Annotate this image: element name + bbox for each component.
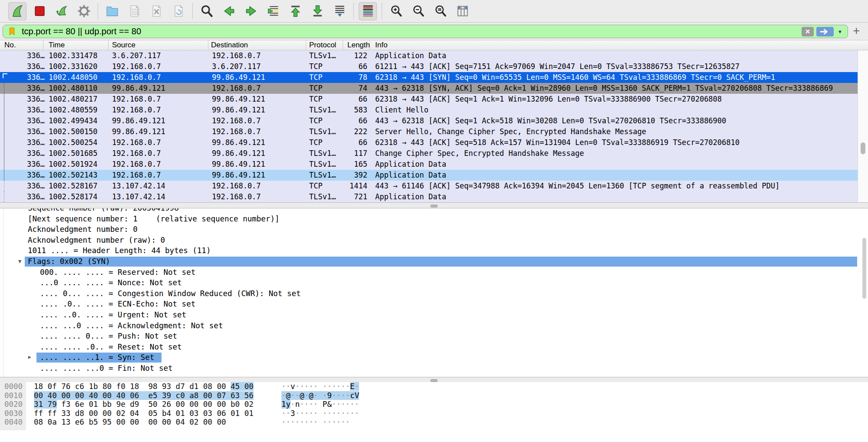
column-header-proto[interactable]: Protocol	[306, 40, 343, 50]
cell-len: 66	[341, 115, 367, 126]
close-file-button[interactable]	[147, 2, 165, 20]
packet-row[interactable]: 336…1002.3314783.6.207.117192.168.0.7TLS…	[0, 50, 858, 61]
packet-row[interactable]: 336…1002.500254192.168.0.799.86.49.121TC…	[0, 137, 858, 148]
hex-row[interactable]: 000018 0f 76 c6 1b 80 f0 18 98 93 d7 d1 …	[0, 382, 868, 391]
cell-proto: TLSv1…	[309, 170, 341, 181]
resize-columns-button[interactable]	[453, 2, 472, 20]
packet-row[interactable]: 336…1002.501685192.168.0.799.86.49.121TL…	[0, 148, 858, 159]
detail-scrollbar-thumb[interactable]	[862, 238, 866, 299]
splitter-handle-icon[interactable]	[430, 379, 438, 382]
go-to-packet-button[interactable]	[264, 2, 282, 20]
cell-proto: TCP	[309, 61, 341, 72]
detail-row[interactable]: 1011 .... = Header Length: 44 bytes (11)	[0, 245, 868, 256]
cell-time: 1002.331620	[49, 61, 109, 72]
hex-row[interactable]: 0030ff ff 33 d8 00 00 02 04 05 b4 01 03 …	[0, 409, 868, 418]
packet-row[interactable]: 336…1002.48011099.86.49.121192.168.0.7TC…	[0, 83, 858, 94]
column-header-no[interactable]: No.	[0, 40, 43, 50]
detail-row[interactable]: ...0 .... .... = Nonce: Not set	[0, 277, 868, 288]
detail-row[interactable]: .... .... ...0 = Fin: Not set	[0, 363, 868, 374]
packet-detail-pane: Sequence number (raw): 2605041998[Next s…	[0, 208, 868, 377]
packet-row[interactable]: 336…1002.52816713.107.42.14192.168.0.7TC…	[0, 181, 858, 191]
column-header-len[interactable]: Length	[343, 40, 370, 50]
hex-row[interactable]: 002031 79 f3 6e 01 bb 9e d9 50 26 00 00 …	[0, 400, 868, 409]
filter-bookmark-icon[interactable]	[7, 26, 17, 36]
detail-row[interactable]: .... ..0. .... = Urgent: Not set	[0, 310, 868, 320]
cell-dest: 99.86.49.121	[212, 148, 305, 159]
filter-apply-button[interactable]	[816, 27, 834, 36]
column-header-source[interactable]: Source	[109, 40, 208, 50]
start-capture-button[interactable]	[8, 2, 26, 20]
collapse-arrow-icon[interactable]: ▼	[18, 256, 21, 267]
filter-dropdown-icon[interactable]: ▼	[838, 29, 842, 34]
stop-capture-button[interactable]	[30, 2, 49, 20]
cell-time: 1002.502143	[49, 170, 109, 181]
hex-row[interactable]: 001000 40 00 00 40 00 40 06 e5 39 c0 a8 …	[0, 391, 868, 400]
scrollbar-thumb[interactable]	[861, 142, 865, 154]
open-file-button[interactable]	[103, 2, 121, 20]
go-to-top-button[interactable]	[286, 2, 304, 20]
cell-proto: TLSv1…	[309, 105, 341, 115]
detail-text: Flags: 0x002 (SYN)	[28, 256, 110, 267]
go-to-packet-icon	[266, 4, 281, 18]
expand-arrow-icon[interactable]: ▶	[28, 352, 31, 363]
detail-row[interactable]: ▼Flags: 0x002 (SYN)	[0, 256, 868, 267]
packet-list-scrollbar[interactable]	[858, 50, 868, 202]
go-back-button[interactable]	[220, 2, 238, 20]
filter-add-button[interactable]: +	[853, 23, 860, 38]
colorize-packets-button[interactable]	[359, 2, 377, 20]
detail-row[interactable]: .... ...0 .... = Acknowledgment: Not set	[0, 320, 868, 331]
find-packet-button[interactable]	[198, 2, 216, 20]
zoom-out-button[interactable]	[409, 2, 427, 20]
detail-row[interactable]: Acknowledgment number (raw): 0	[0, 235, 868, 246]
cell-info: Application Data	[375, 170, 858, 181]
hex-row[interactable]: 004008 0a 13 e6 b5 95 00 00 00 00 04 02 …	[0, 418, 868, 427]
packet-row[interactable]: 336…1002.49943499.86.49.121192.168.0.7TC…	[0, 115, 858, 126]
cell-proto: TCP	[309, 83, 341, 94]
packet-row[interactable]: 336…1002.480559192.168.0.799.86.49.121TL…	[0, 105, 858, 115]
restart-capture-button[interactable]	[53, 2, 71, 20]
display-filter-input[interactable]: tcp.port == 80 || udp.port == 80 ✕ ▼	[3, 25, 848, 38]
cell-no: 336…	[0, 148, 45, 159]
detail-row[interactable]: 000. .... .... = Reserved: Not set	[0, 267, 868, 278]
detail-row[interactable]: Sequence number (raw): 2605041998	[0, 208, 868, 214]
packet-row[interactable]: 336…1002.52817413.107.42.14192.168.0.7TL…	[0, 191, 858, 202]
splitter-handle-icon[interactable]	[430, 205, 438, 208]
cell-len: 222	[341, 126, 367, 137]
cell-source: 192.168.0.7	[112, 72, 208, 83]
packet-row[interactable]: 336…1002.331620192.168.0.73.6.207.117TCP…	[0, 61, 858, 72]
detail-text: .... .... 0... = Push: Not set	[40, 331, 177, 342]
packet-row[interactable]: 336…1002.448050192.168.0.799.86.49.121TC…	[0, 72, 858, 83]
zoom-in-button[interactable]	[387, 2, 405, 20]
cell-proto: TLSv1…	[309, 126, 341, 137]
cell-time: 1002.499434	[49, 115, 109, 126]
reload-file-button[interactable]	[169, 2, 188, 20]
auto-scroll-button[interactable]	[330, 2, 349, 20]
auto-scroll-icon	[333, 4, 347, 18]
packet-row[interactable]: 336…1002.502143192.168.0.799.86.49.121TL…	[0, 170, 858, 181]
pane-splitter-top[interactable]	[0, 202, 868, 208]
column-header-dest[interactable]: Destination	[208, 40, 306, 50]
cell-proto: TCP	[309, 181, 341, 191]
detail-row[interactable]: [Next sequence number: 1 (relative seque…	[0, 214, 868, 224]
detail-row[interactable]: ▶.... .... ..1. = Syn: Set	[0, 352, 868, 363]
packet-row[interactable]: 336…1002.50015099.86.49.121192.168.0.7TL…	[0, 126, 858, 137]
cell-source: 192.168.0.7	[112, 170, 208, 181]
detail-row[interactable]: .... .... 0... = Push: Not set	[0, 331, 868, 342]
column-header-info[interactable]: Info	[370, 40, 868, 50]
save-file-button[interactable]: 010100110101010	[125, 2, 143, 20]
cell-source: 192.168.0.7	[112, 148, 208, 159]
packet-row[interactable]: 336…1002.480217192.168.0.799.86.49.121TC…	[0, 94, 858, 105]
zoom-original-button[interactable]	[431, 2, 449, 20]
column-header-time[interactable]: Time	[43, 40, 109, 50]
detail-text: 000. .... .... = Reserved: Not set	[40, 267, 195, 278]
go-to-bottom-button[interactable]	[308, 2, 327, 20]
detail-row[interactable]: .... 0... .... = Congestion Window Reduc…	[0, 288, 868, 299]
go-forward-button[interactable]	[242, 2, 260, 20]
svg-text:01010: 01010	[132, 13, 140, 16]
filter-clear-button[interactable]: ✕	[802, 27, 814, 36]
capture-options-button[interactable]	[75, 2, 93, 20]
detail-row[interactable]: .... .0.. .... = ECN-Echo: Not set	[0, 299, 868, 310]
packet-row[interactable]: 336…1002.501924192.168.0.799.86.49.121TL…	[0, 159, 858, 170]
detail-row[interactable]: .... .... .0.. = Reset: Not set	[0, 342, 868, 353]
detail-row[interactable]: Acknowledgment number: 0	[0, 224, 868, 235]
